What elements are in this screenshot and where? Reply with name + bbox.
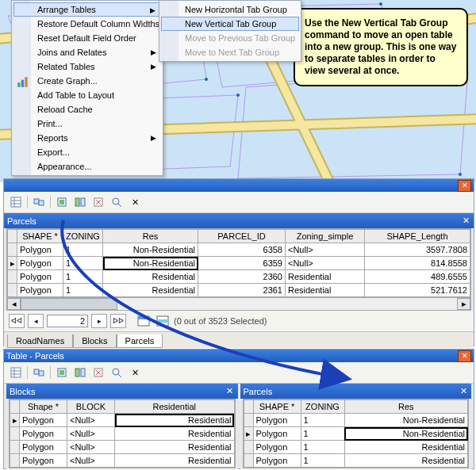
scroll-left-icon[interactable]: ◂ xyxy=(7,298,21,310)
table-row[interactable]: Polygon1Residential2361Residential521.76… xyxy=(8,284,470,297)
column-header[interactable]: ZONING xyxy=(63,230,103,243)
switch-selection-icon[interactable] xyxy=(71,194,89,210)
table-tab-title: Blocks xyxy=(10,387,35,396)
table-row[interactable]: Polygon1Residential2360Residential489.65… xyxy=(8,270,470,284)
last-record-button[interactable]: ᐅᐅ xyxy=(110,314,126,328)
instruction-callout-text: Use the New Vertical Tab Group command t… xyxy=(294,8,468,86)
tab-close-icon[interactable]: ✕ xyxy=(225,387,235,396)
select-by-attrs-icon[interactable] xyxy=(53,365,71,380)
data-grid[interactable]: SHAPE *ZONINGResPARCEL_IDZoning_simpleSH… xyxy=(6,228,471,298)
next-record-button[interactable]: ▸ xyxy=(91,314,107,328)
window-titlebar: ✕ xyxy=(4,179,474,192)
column-header[interactable]: Res xyxy=(103,230,198,243)
column-header[interactable]: SHAPE * xyxy=(17,230,63,243)
table-options-icon[interactable] xyxy=(7,365,25,380)
clear-selection-icon[interactable] xyxy=(90,365,107,380)
svg-rect-15 xyxy=(34,199,39,204)
tab-parcels[interactable]: Parcels xyxy=(117,334,163,348)
svg-rect-31 xyxy=(60,370,64,375)
column-header[interactable]: PARCEL_ID xyxy=(198,230,286,243)
menu-item[interactable]: Joins and Relates▶ xyxy=(13,45,161,59)
menu-item[interactable]: Restore Default Column Widths xyxy=(13,17,161,31)
context-menu-main[interactable]: Arrange Tables▶Restore Default Column Wi… xyxy=(11,0,163,176)
menu-item[interactable]: Create Graph... xyxy=(13,74,161,88)
column-header[interactable]: BLOCK xyxy=(67,400,115,414)
menu-item[interactable]: Reports▶ xyxy=(13,131,161,145)
column-header[interactable]: Res xyxy=(344,400,468,414)
menu-item[interactable]: Export... xyxy=(13,145,161,159)
menu-item[interactable]: New Horizontal Tab Group xyxy=(161,2,299,17)
menu-item[interactable]: Print... xyxy=(13,117,161,131)
column-header[interactable]: SHAPE * xyxy=(253,400,301,414)
clear-selection-icon[interactable] xyxy=(90,194,107,210)
switch-selection-icon[interactable] xyxy=(71,365,89,380)
table-row[interactable]: Polygon1Residential xyxy=(244,454,468,468)
select-by-attrs-icon[interactable] xyxy=(53,194,71,210)
tab-roadnames[interactable]: RoadNames xyxy=(7,334,73,348)
column-header[interactable]: Residential xyxy=(115,400,235,414)
menu-item[interactable]: New Vertical Tab Group xyxy=(161,17,299,31)
scroll-right-icon[interactable]: ▸ xyxy=(457,298,470,310)
scroll-thumb[interactable] xyxy=(21,298,117,310)
delete-selection-icon[interactable]: ✕ xyxy=(126,365,144,380)
related-tables-icon[interactable] xyxy=(30,365,48,380)
close-icon[interactable]: ✕ xyxy=(458,180,471,192)
show-all-records-icon[interactable] xyxy=(136,315,152,327)
column-header[interactable]: SHAPE_Length xyxy=(365,230,470,243)
table-row[interactable]: ▸Polygon1Non-Residential xyxy=(244,427,468,441)
window-titlebar[interactable]: Table - Parcels ✕ xyxy=(4,350,474,362)
svg-rect-24 xyxy=(138,316,149,319)
menu-item[interactable]: Appearance... xyxy=(13,159,161,174)
related-tables-icon[interactable] xyxy=(30,194,48,210)
selection-count-text: (0 out of 3523 Selected) xyxy=(174,316,267,326)
svg-point-6 xyxy=(459,173,462,176)
column-header[interactable]: ZONING xyxy=(301,400,344,414)
svg-rect-14 xyxy=(11,197,21,207)
table-row[interactable]: Polygon1Non-Residential6358<Null>3597.78… xyxy=(8,243,470,257)
menu-item[interactable]: Add Table to Layout xyxy=(13,88,161,102)
tab-close-icon[interactable]: ✕ xyxy=(459,387,468,396)
table-toolbar: ✕ xyxy=(4,192,474,213)
delete-selection-icon[interactable]: ✕ xyxy=(126,194,144,210)
table-tab-header: Parcels ✕ xyxy=(4,213,474,228)
table-toolbar: ✕ xyxy=(4,362,474,384)
svg-point-2 xyxy=(205,78,208,81)
tab-blocks[interactable]: Blocks xyxy=(73,334,116,348)
split-right: Parcels✕ SHAPE *ZONINGResPolygon1Non-Res… xyxy=(240,384,472,470)
svg-point-35 xyxy=(113,369,119,375)
table-row[interactable]: Polygon1Non-Residential xyxy=(244,414,468,427)
horizontal-scrollbar[interactable]: ◂ ▸ xyxy=(6,298,471,311)
table-options-icon[interactable] xyxy=(7,194,25,210)
menu-item[interactable]: Reload Cache xyxy=(13,102,161,117)
table-row[interactable]: Polygon<Null>Residential xyxy=(10,427,235,441)
menu-item[interactable]: Related Tables▶ xyxy=(13,59,161,74)
table-row[interactable]: Polygon1Residential xyxy=(244,441,468,454)
context-menu-arrange-tables[interactable]: New Horizontal Tab GroupNew Vertical Tab… xyxy=(159,0,301,62)
column-header[interactable]: Zoning_simple xyxy=(286,230,365,243)
menu-item: Move to Next Tab Group xyxy=(161,45,299,59)
current-record-field[interactable] xyxy=(47,315,88,327)
zoom-selection-icon[interactable] xyxy=(108,365,125,380)
first-record-button[interactable]: ᐊᐊ xyxy=(9,314,25,328)
svg-rect-11 xyxy=(17,82,20,87)
table-row[interactable]: Polygon<Null>Residential xyxy=(10,454,235,468)
table-row[interactable]: ▸Polygon1Non-Residential6359<Null>814.85… xyxy=(8,257,470,270)
table-row[interactable]: Polygon<Null>Residential xyxy=(10,441,235,454)
close-icon[interactable]: ✕ xyxy=(458,350,471,362)
zoom-selection-icon[interactable] xyxy=(108,194,125,210)
bar-chart-icon xyxy=(17,75,29,88)
prev-record-button[interactable]: ◂ xyxy=(28,314,44,328)
svg-rect-20 xyxy=(81,198,85,206)
column-header[interactable]: Shape * xyxy=(20,400,67,414)
menu-item: Move to Previous Tab Group xyxy=(161,31,299,45)
show-selected-records-icon[interactable] xyxy=(155,315,171,327)
table-panel-upper: ✕ ✕ Parcels ✕ SHAPE *ZONINGResPARCEL_IDZ… xyxy=(3,178,474,346)
split-left: Blocks✕ Shape *BLOCKResidential▸Polygon<… xyxy=(6,384,238,470)
svg-rect-32 xyxy=(75,369,79,376)
tab-close-icon[interactable]: ✕ xyxy=(461,216,470,226)
record-navigator: ᐊᐊ ◂ ▸ ᐅᐅ (0 out of 3523 Selected) xyxy=(4,311,474,331)
menu-item[interactable]: Arrange Tables▶ xyxy=(13,2,161,17)
table-panel-lower: Table - Parcels ✕ ✕ Blocks✕ Shape *BLOCK… xyxy=(3,349,474,469)
table-row[interactable]: ▸Polygon<Null>Residential xyxy=(10,414,235,427)
menu-item[interactable]: Reset Default Field Order xyxy=(13,31,161,45)
